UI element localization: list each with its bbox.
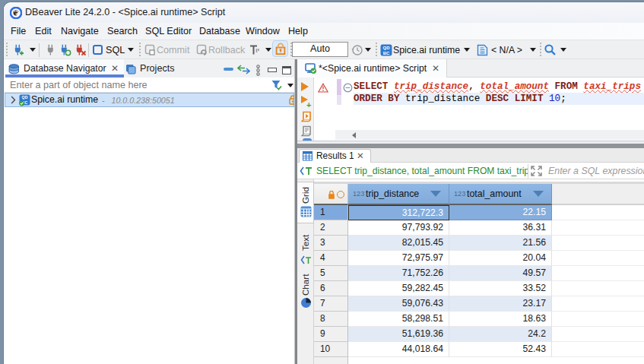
- svg-text:QD: QD: [22, 95, 28, 100]
- svg-text:QD: QD: [383, 46, 391, 50]
- svg-text:BC: BC: [383, 51, 390, 55]
